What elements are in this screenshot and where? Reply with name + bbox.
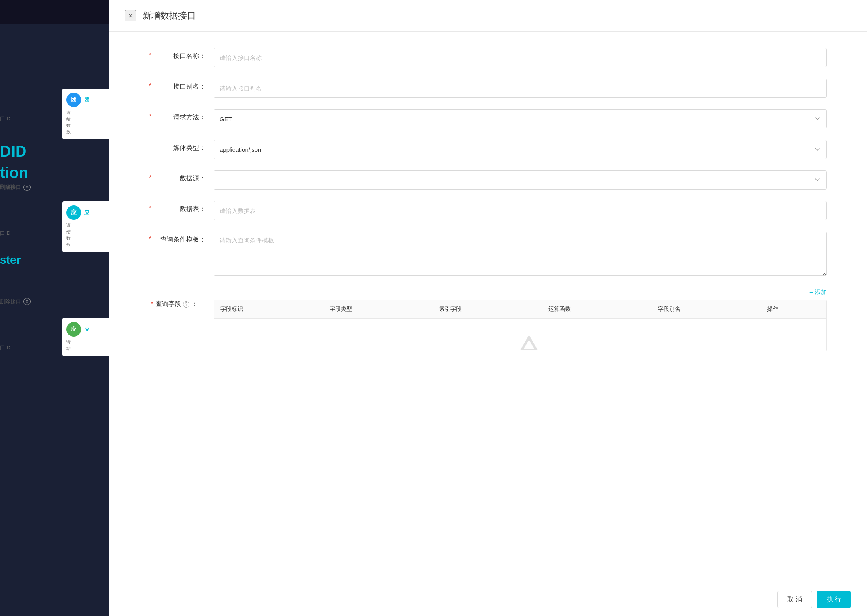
control-interface-name — [214, 48, 827, 67]
label-data-source: 数据源： — [149, 170, 214, 183]
avatar-1: 团 — [66, 93, 81, 107]
card-body-2: 请结数数 — [66, 222, 107, 248]
triangle-inner — [523, 340, 535, 349]
card-body-1: 请结数数 — [66, 110, 107, 135]
form-row-query-fields: * 查询字段 ? ： + 添加 字段标识 字段类型 索引字段 运算函数 字段别 — [149, 289, 827, 351]
label-interface-name: 接口名称： — [149, 48, 214, 60]
cancel-button[interactable]: 取 消 — [777, 591, 812, 608]
input-interface-alias[interactable] — [214, 79, 827, 98]
delete-interface-2: 删除接口 ⚙ — [0, 298, 31, 305]
control-request-method: GET POST PUT DELETE PATCH — [214, 109, 827, 128]
gear-icon-2: ⚙ — [23, 298, 31, 305]
bg-card-3: 应 应 请结 — [62, 318, 111, 356]
form-row-media-type: 媒体类型： application/json application/xml t… — [149, 140, 827, 159]
input-data-table[interactable] — [214, 201, 827, 220]
did-text: DID — [0, 141, 99, 162]
left-id-label-3: 口ID — [0, 344, 10, 351]
table-body — [214, 319, 826, 351]
avatar-2: 应 — [66, 205, 81, 220]
label-query-condition: 查询条件模板： — [149, 232, 214, 244]
control-interface-alias — [214, 79, 827, 98]
label-query-fields: * 查询字段 ? ： — [149, 289, 214, 308]
query-fields-table: 字段标识 字段类型 索引字段 运算函数 字段别名 操作 — [214, 300, 827, 351]
label-data-table: 数据表： — [149, 201, 214, 213]
table-header: 字段标识 字段类型 索引字段 运算函数 字段别名 操作 — [214, 300, 826, 319]
left-id-label-2: 口ID — [0, 229, 10, 237]
select-request-method[interactable]: GET POST PUT DELETE PATCH — [214, 109, 827, 128]
bg-card-1: 团 团 请结数数 — [62, 89, 111, 139]
delete-label-2: 删除接口 — [0, 298, 21, 305]
control-data-source — [214, 170, 827, 190]
textarea-query-condition[interactable] — [214, 232, 827, 276]
control-data-table — [214, 201, 827, 220]
card-title-2: 应 — [84, 209, 89, 216]
modal-panel: × 新增数据接口 接口名称： 接口别名： 请求方法： — [109, 0, 867, 616]
modal-header: × 新增数据接口 — [109, 0, 867, 32]
card-title-3: 应 — [84, 326, 89, 333]
col-field-id: 字段标识 — [214, 300, 323, 318]
avatar-3: 应 — [66, 322, 81, 337]
delete-label-1: 删除接口 — [0, 184, 21, 191]
tion-text: tion — [0, 162, 99, 184]
card-title-1: 团 — [84, 96, 89, 103]
modal-footer: 取 消 执 行 — [109, 583, 867, 616]
control-query-condition — [214, 232, 827, 277]
modal-body: 接口名称： 接口别名： 请求方法： GET POST — [109, 32, 867, 583]
delete-interface-1: 删除接口 ⚙ — [0, 184, 31, 191]
execute-button[interactable]: 执 行 — [817, 591, 851, 608]
col-operation: 操作 — [761, 300, 826, 318]
col-index-field: 索引字段 — [433, 300, 542, 318]
form-row-data-table: 数据表： — [149, 201, 827, 220]
triangle-outer — [520, 335, 538, 350]
select-data-source[interactable] — [214, 170, 827, 190]
card-body-3: 请结 — [66, 339, 107, 352]
close-button[interactable]: × — [125, 10, 136, 21]
input-interface-name[interactable] — [214, 48, 827, 67]
modal-title: 新增数据接口 — [143, 10, 196, 22]
select-media-type[interactable]: application/json application/xml text/pl… — [214, 140, 827, 159]
form-row-data-source: 数据源： — [149, 170, 827, 190]
ster-text: ster — [0, 254, 21, 267]
left-id-label-1: 口ID — [0, 115, 10, 122]
bg-card-2: 应 应 请结数数 — [62, 201, 111, 252]
form-row-request-method: 请求方法： GET POST PUT DELETE PATCH — [149, 109, 827, 128]
gear-icon-1: ⚙ — [23, 184, 31, 191]
help-icon[interactable]: ? — [183, 301, 189, 308]
add-field-button[interactable]: + 添加 — [809, 289, 827, 296]
did-tion-text: DID tion — [0, 141, 99, 184]
query-fields-header: + 添加 — [214, 289, 827, 296]
label-interface-alias: 接口别名： — [149, 79, 214, 91]
control-media-type: application/json application/xml text/pl… — [214, 140, 827, 159]
form-row-query-condition: 查询条件模板： — [149, 232, 827, 277]
col-operation-func: 运算函数 — [542, 300, 651, 318]
label-media-type: 媒体类型： — [149, 140, 214, 152]
form-row-interface-name: 接口名称： — [149, 48, 827, 67]
query-fields-section: + 添加 字段标识 字段类型 索引字段 运算函数 字段别名 操作 — [214, 289, 827, 351]
label-request-method: 请求方法： — [149, 109, 214, 122]
col-field-type: 字段类型 — [323, 300, 432, 318]
form-row-interface-alias: 接口别名： — [149, 79, 827, 98]
col-field-alias: 字段别名 — [651, 300, 761, 318]
